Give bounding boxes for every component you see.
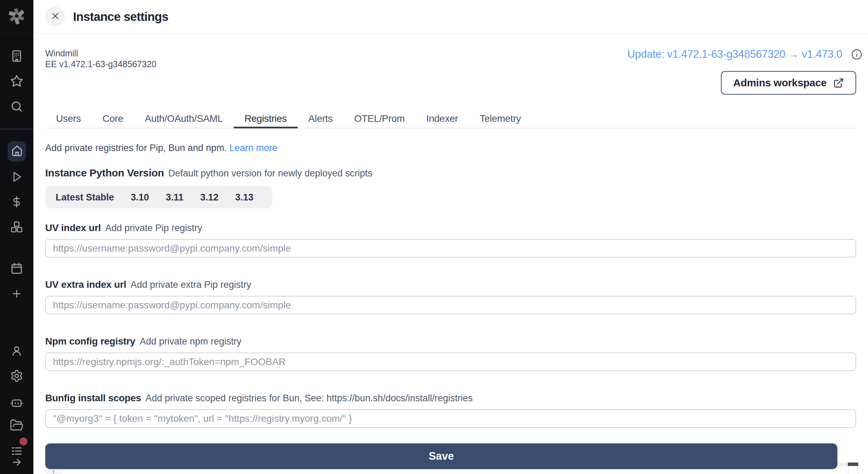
external-link-icon	[833, 78, 844, 88]
npm-config-registry-field: Npm config registry Add private npm regi…	[45, 336, 856, 371]
play-icon	[10, 170, 23, 183]
user-icon	[10, 344, 23, 357]
sidebar-item-schedules[interactable]	[9, 261, 25, 276]
bunfig-install-scopes-label: Bunfig install scopes	[45, 393, 141, 403]
uv-extra-index-url-input[interactable]	[45, 296, 856, 314]
star-icon	[10, 74, 24, 88]
scrollbar-track[interactable]	[837, 463, 848, 466]
page-title: Instance settings	[73, 10, 168, 24]
sidebar-item-runs[interactable]	[9, 169, 25, 184]
bunfig-install-scopes-hint: Add private scoped registries for Bun, S…	[145, 393, 473, 403]
sidebar-item-workspaces[interactable]	[9, 48, 25, 64]
update-row: Update: v1.472.1-63-g348567320 → v1.473.…	[627, 48, 863, 61]
gear-icon	[10, 369, 23, 382]
uv-extra-index-url-label: UV extra index url	[45, 279, 126, 290]
app-name: Windmill	[45, 48, 156, 59]
plus-icon	[11, 288, 23, 300]
intro-text: Add private registries for Pip, Bun and …	[45, 143, 227, 153]
sidebar-item-add[interactable]	[9, 286, 25, 301]
tab-users[interactable]: Users	[45, 110, 92, 128]
sidebar-item-collapse[interactable]	[9, 455, 25, 469]
tab-indexer[interactable]: Indexer	[416, 110, 469, 128]
info-icon[interactable]	[851, 48, 863, 61]
settings-content: Windmill EE v1.472.1-63-g348567320 Updat…	[45, 34, 856, 469]
python-option-3-13[interactable]: 3.13	[227, 192, 262, 203]
uv-index-url-input[interactable]	[45, 239, 856, 258]
bunfig-install-scopes-field: Bunfig install scopes Add private scoped…	[45, 393, 856, 428]
uv-extra-index-url-field: UV extra index url Add private extra Pip…	[45, 279, 856, 314]
tab-telemetry[interactable]: Telemetry	[469, 110, 532, 128]
python-version-subtitle: Default python version for newly deploye…	[168, 168, 372, 179]
python-version-title: Instance Python Version	[45, 167, 164, 179]
python-version-toggle-group: Latest Stable 3.10 3.11 3.12 3.13	[45, 186, 272, 208]
uv-index-url-hint: Add private Pip registry	[105, 223, 202, 233]
sidebar-item-settings[interactable]	[9, 368, 25, 384]
meta-row: Windmill EE v1.472.1-63-g348567320 Updat…	[45, 48, 856, 110]
dollar-icon	[10, 195, 23, 208]
tab-auth-oauth-saml[interactable]: Auth/OAuth/SAML	[134, 110, 234, 128]
search-icon	[10, 100, 23, 113]
learn-more-link[interactable]: Learn more	[230, 143, 278, 153]
sidebar-divider-top	[0, 33, 33, 34]
windmill-logo-icon[interactable]	[6, 6, 27, 26]
admins-workspace-label: Admins workspace	[733, 77, 827, 89]
partial-hidden-element	[45, 469, 62, 474]
sidebar-item-home[interactable]	[8, 141, 26, 161]
npm-config-registry-input[interactable]	[45, 353, 856, 371]
notification-badge	[19, 437, 27, 445]
home-icon	[10, 144, 24, 159]
registries-intro: Add private registries for Pip, Bun and …	[45, 143, 856, 153]
arrow-right-icon	[11, 456, 23, 468]
app-version: EE v1.472.1-63-g348567320	[45, 59, 156, 70]
sidebar-item-workers[interactable]	[9, 395, 25, 410]
robot-icon	[10, 395, 24, 409]
close-icon	[50, 11, 61, 22]
sidebar-item-account[interactable]	[9, 343, 25, 358]
npm-config-registry-hint: Add private npm registry	[140, 336, 242, 347]
tab-registries[interactable]: Registries	[234, 110, 298, 128]
sidebar-item-folders[interactable]	[9, 418, 25, 433]
tab-otel-prom[interactable]: OTEL/Prom	[343, 110, 415, 128]
instance-settings-window: Instance settings Windmill EE v1.472.1-6…	[0, 0, 868, 474]
npm-config-registry-label: Npm config registry	[45, 336, 135, 347]
tab-alerts[interactable]: Alerts	[298, 110, 344, 128]
admins-workspace-button[interactable]: Admins workspace	[721, 71, 856, 95]
uv-extra-index-url-hint: Add private extra Pip registry	[131, 279, 251, 290]
sidebar	[0, 0, 33, 474]
python-option-latest-stable[interactable]: Latest Stable	[56, 192, 122, 203]
partial-glyph	[53, 470, 54, 474]
sidebar-item-variables[interactable]	[9, 194, 25, 210]
bunfig-install-scopes-input[interactable]	[45, 409, 856, 428]
python-option-3-11[interactable]: 3.11	[158, 192, 192, 203]
scrollbar-thumb[interactable]	[848, 463, 858, 466]
tab-core[interactable]: Core	[92, 110, 134, 128]
modal-header: Instance settings	[33, 0, 868, 34]
settings-tabs: Users Core Auth/OAuth/SAML Registries Al…	[45, 110, 856, 128]
calendar-icon	[10, 262, 23, 275]
update-link[interactable]: Update: v1.472.1-63-g348567320 → v1.473.…	[627, 48, 842, 61]
cubes-icon	[10, 220, 24, 234]
save-button[interactable]: Save	[45, 443, 837, 469]
python-option-3-10[interactable]: 3.10	[122, 192, 158, 203]
sidebar-item-search[interactable]	[9, 99, 25, 114]
python-version-section: Instance Python Version Default python v…	[45, 167, 856, 179]
uv-index-url-field: UV index url Add private Pip registry	[45, 222, 856, 258]
sidebar-item-resources[interactable]	[9, 219, 25, 235]
sidebar-divider-middle	[0, 129, 33, 129]
sidebar-item-favorites[interactable]	[9, 73, 25, 89]
meta-right: Update: v1.472.1-63-g348567320 → v1.473.…	[627, 48, 856, 110]
folder-open-icon	[10, 418, 24, 432]
close-button[interactable]	[45, 7, 65, 26]
app-meta: Windmill EE v1.472.1-63-g348567320	[45, 48, 156, 110]
scrollbar-track-vertical[interactable]	[848, 466, 858, 474]
uv-index-url-label: UV index url	[45, 222, 101, 233]
building-icon	[10, 49, 24, 63]
python-option-3-12[interactable]: 3.12	[192, 192, 227, 203]
